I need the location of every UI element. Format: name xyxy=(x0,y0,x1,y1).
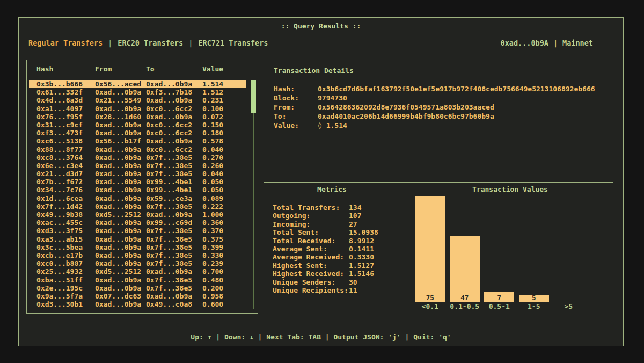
cell-to: 0xc0...6cc2 xyxy=(146,105,202,113)
metric-label: Average Received: xyxy=(273,253,349,261)
cell-value: 0.150 xyxy=(202,121,246,129)
cell-value: 0.578 xyxy=(202,137,246,145)
cell-from: 0xad...0b9a xyxy=(95,88,146,96)
metric-value: 27 xyxy=(349,220,397,228)
metrics-items: Total Transfers: 134 Outgoing: 107 Incom… xyxy=(273,204,397,294)
detail-row: Hash: 0x3b6cd7d6bfaf163792f50e1ef5e917b9… xyxy=(274,84,609,93)
tab[interactable]: Regular Transfers xyxy=(28,39,103,47)
cell-from: 0xad...0b9a xyxy=(95,235,146,243)
cell-to: 0xf3...7b18 xyxy=(146,88,202,96)
cell-from: 0xad...0b9a xyxy=(95,243,146,251)
cell-to: 0x7f...38e5 xyxy=(146,276,202,284)
table-row[interactable]: 0xa1...4097 0xad...0b9a 0xc0...6cc2 0.10… xyxy=(29,105,246,113)
scrollbar-thumb[interactable] xyxy=(251,80,256,113)
cell-value: 0.270 xyxy=(202,154,246,162)
cell-value: 0.239 xyxy=(202,259,246,267)
table-row[interactable]: 0x21...d3d7 0xad...0b9a 0x7f...38e5 0.04… xyxy=(29,170,246,178)
cell-from: 0xad...0b9a xyxy=(95,129,146,137)
metrics-panel: Metrics Total Transfers: 134 Outgoing: 1… xyxy=(264,190,400,314)
cell-to: 0x59...ce3a xyxy=(146,194,202,202)
table-row[interactable]: 0x49...9b38 0xd5...2512 0xad...0b9a 1.00… xyxy=(29,210,246,219)
tab-separator: | xyxy=(188,39,193,47)
cell-value: 0.360 xyxy=(202,219,246,227)
table-row[interactable]: 0x3c...5bea 0xad...0b9a 0x7f...38e5 0.39… xyxy=(29,243,246,251)
cell-from: 0x56...b17f xyxy=(95,137,146,145)
table-row[interactable]: 0x1d...6cea 0xad...0b9a 0x59...ce3a 0.08… xyxy=(29,194,246,202)
table-row[interactable]: 0xd3...3f75 0xad...0b9a 0x7f...38e5 0.37… xyxy=(29,227,246,235)
table-row[interactable]: 0x9a...5f7a 0x07...dc63 0xad...0b9a 0.95… xyxy=(29,292,246,300)
cell-hash: 0x34...7c76 xyxy=(36,186,95,194)
cell-value: 0.600 xyxy=(202,300,246,308)
bar-category-label: <0.1 xyxy=(422,302,438,311)
detail-label: Block: xyxy=(274,93,318,103)
table-row[interactable]: 0xd3...30b1 0xad...0b9a 0x49...c0a8 0.60… xyxy=(29,300,246,308)
bar: 47 xyxy=(450,236,480,302)
table-rows: 0x3b...b666 0x56...aced 0xad...0b9a 1.51… xyxy=(27,80,258,310)
cell-to: 0x99...4be1 xyxy=(146,178,202,186)
cell-hash: 0xd3...3f75 xyxy=(36,227,95,235)
metric-label: Highest Received: xyxy=(273,270,349,278)
table-row[interactable]: 0x88...8f77 0xad...0b9a 0xc0...6cc2 0.04… xyxy=(29,146,246,154)
cell-value: 0.231 xyxy=(202,96,246,104)
table-row[interactable]: 0xa3...ab15 0xad...0b9a 0x7f...38e5 0.37… xyxy=(29,235,246,243)
table-row[interactable]: 0xc6...5138 0x56...b17f 0xad...0b9a 0.57… xyxy=(29,137,246,145)
table-row[interactable]: 0x76...f95f 0x28...1d60 0xad...0b9a 0.07… xyxy=(29,113,246,121)
cell-value: 0.089 xyxy=(202,194,246,202)
table-row[interactable]: 0xba...51ff 0xad...0b9a 0x7f...38e5 0.48… xyxy=(29,276,246,284)
metric-value: 0.1411 xyxy=(349,245,397,253)
table-header: Hash From To Value xyxy=(27,60,258,73)
cell-from: 0xad...0b9a xyxy=(95,162,146,170)
transaction-values-panel: Transaction Values 75<0.1470.1-0.570.5-1… xyxy=(407,190,613,314)
cell-to: 0x7f...38e5 xyxy=(146,259,202,267)
cell-value: 0.370 xyxy=(202,227,246,235)
tab[interactable]: ERC721 Transfers xyxy=(198,39,268,47)
table-row[interactable]: 0x2e...195c 0xad...0b9a 0x7f...38e5 0.20… xyxy=(29,284,246,292)
bar: 7 xyxy=(484,292,514,302)
cell-hash: 0x1d...6cea xyxy=(36,194,95,202)
cell-from: 0x56...aced xyxy=(95,80,146,88)
table-row[interactable]: 0xac...455c 0xad...0b9a 0x99...c69d 0.36… xyxy=(29,219,246,227)
cell-to: 0xc0...6cc2 xyxy=(146,121,202,129)
cell-from: 0xad...0b9a xyxy=(95,186,146,194)
account-info: 0xad...0b9A | Mainnet xyxy=(501,39,593,47)
cell-to: 0xad...0b9a xyxy=(146,113,202,121)
table-row[interactable]: 0x61...332f 0xad...0b9a 0xf3...7b18 1.51… xyxy=(29,88,246,96)
window-title: :: Query Results :: xyxy=(19,22,623,30)
cell-from: 0xad...0b9a xyxy=(95,251,146,259)
cell-hash: 0xf3...473f xyxy=(36,129,95,137)
table-row[interactable]: 0xc8...3764 0xad...0b9a 0x7f...38e5 0.27… xyxy=(29,154,246,162)
column-header-value: Value xyxy=(202,65,258,73)
tab[interactable]: ERC20 Transfers xyxy=(118,39,183,47)
table-row[interactable]: 0x4d...6a3d 0x21...5549 0xad...0b9a 0.23… xyxy=(29,96,246,104)
table-row[interactable]: 0xcb...e17b 0xad...0b9a 0x7f...38e5 0.33… xyxy=(29,251,246,259)
table-row[interactable]: 0xf3...473f 0xad...0b9a 0xc0...6cc2 0.18… xyxy=(29,129,246,137)
table-row[interactable]: 0x6e...c3e4 0xad...0b9a 0x7f...38e5 0.26… xyxy=(29,162,246,170)
cell-hash: 0x25...4932 xyxy=(36,267,95,275)
network-label: Mainnet xyxy=(562,39,593,47)
metric-row: Incoming: 27 xyxy=(273,220,397,228)
cell-from: 0xad...0b9a xyxy=(95,219,146,227)
scrollbar xyxy=(251,80,256,309)
detail-value: 9794730 xyxy=(318,93,609,103)
cell-hash: 0xc6...5138 xyxy=(36,137,95,145)
cell-value: 0.399 xyxy=(202,243,246,251)
bar-slot: >5 xyxy=(551,302,586,311)
detail-label: From: xyxy=(274,103,318,112)
table-row[interactable]: 0x7f...1d42 0xad...0b9a 0x7f...38e5 0.22… xyxy=(29,202,246,210)
table-row[interactable]: 0x25...4932 0xd5...2512 0xad...0b9a 0.70… xyxy=(29,267,246,275)
cell-hash: 0x88...8f77 xyxy=(36,146,95,154)
table-row[interactable]: 0x3b...b666 0x56...aced 0xad...0b9a 1.51… xyxy=(29,80,246,88)
cell-from: 0xad...0b9a xyxy=(95,276,146,284)
table-row[interactable]: 0xc0...b887 0xad...0b9a 0x7f...38e5 0.23… xyxy=(29,259,246,267)
table-row[interactable]: 0x31...c9cf 0xad...0b9a 0xc0...6cc2 0.15… xyxy=(29,121,246,129)
table-row[interactable]: 0x7b...f672 0xad...0b9a 0x99...4be1 0.05… xyxy=(29,178,246,186)
table-row[interactable]: 0x34...7c76 0xad...0b9a 0x99...4be1 0.05… xyxy=(29,186,246,194)
detail-row: Value: ◊ 1.514 xyxy=(274,121,609,130)
cell-value: 0.958 xyxy=(202,292,246,300)
scrollbar-track[interactable] xyxy=(253,113,254,309)
bar-value-label: 75 xyxy=(415,294,445,302)
cell-from: 0xad...0b9a xyxy=(95,284,146,292)
cell-to: 0xc0...6cc2 xyxy=(146,146,202,154)
cell-hash: 0xcb...e17b xyxy=(36,251,95,259)
cell-hash: 0x7b...f672 xyxy=(36,178,95,186)
